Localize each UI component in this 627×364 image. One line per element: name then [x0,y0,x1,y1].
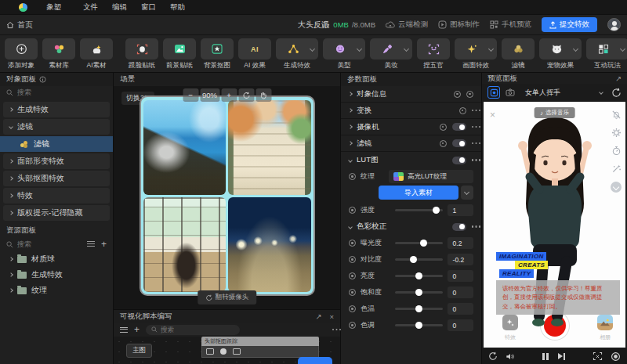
target-icon[interactable] [440,124,447,131]
target-icon[interactable] [349,240,356,247]
saturation-slider[interactable] [395,291,442,294]
resource-search-input[interactable] [17,240,83,248]
target-icon[interactable] [459,107,466,114]
scene-image-stone-stairs[interactable] [228,100,311,195]
target-icon[interactable] [454,91,461,98]
cloud-check-button[interactable]: 云端检测 [386,20,428,30]
tool-makeup[interactable]: 美妆 [370,38,412,70]
node-dot-icon[interactable] [220,348,227,355]
snapshot-icon[interactable] [593,351,603,361]
import-material-button[interactable]: 导入素材 [379,186,458,200]
target-icon[interactable] [440,140,447,147]
target-icon[interactable] [349,173,356,180]
more-icon[interactable] [332,329,335,331]
reset-view-button[interactable] [238,88,254,102]
filter-toggle[interactable] [452,139,466,147]
tool-add-object[interactable]: 添加对象 [5,38,38,70]
tool-background-matting[interactable]: 背景抠图 [201,38,234,70]
magic-wand-icon[interactable] [611,164,622,174]
preview-viewport[interactable]: × ♪ 选择音乐 [484,102,625,348]
target-icon[interactable] [349,305,356,312]
video-mode-button[interactable] [487,86,500,99]
tree-item-filter-selected[interactable]: 滤镜 [0,136,113,152]
pan-tool-button[interactable] [256,88,271,102]
preview-popout-button[interactable]: ↗ [615,74,622,83]
contrast-slider[interactable] [395,258,442,261]
slider-thumb[interactable] [433,207,440,214]
flip-camera-button[interactable]: 翻转摄像头 [198,290,257,305]
resource-folder-texture[interactable]: 纹理 [0,283,113,298]
gear-icon[interactable] [611,128,622,138]
tool-material-library[interactable]: 素材库 [42,38,75,70]
lut-texture-chip[interactable]: 高光LUT纹理 [389,170,473,183]
menu-app[interactable]: 象塑 [46,2,61,13]
resource-folder-generate[interactable]: 生成特效 [0,267,113,283]
saturation-value[interactable]: 0 [448,287,473,298]
scene-canvas[interactable]: 切换3D − 90% + [114,86,340,309]
icon-builder-button[interactable]: 图标制作 [438,20,480,30]
object-search-input[interactable] [17,88,107,96]
target-icon[interactable] [349,256,356,263]
node-blue-block[interactable] [298,357,332,364]
script-close-button[interactable]: × [329,312,334,321]
menu-file[interactable]: 文件 [83,2,98,13]
import-more-button[interactable] [461,186,473,200]
phone-preview-button[interactable]: 手机预览 [490,20,531,30]
brightness-slider[interactable] [395,275,442,277]
tree-group-generate-effect[interactable]: 生成特效 [3,102,110,117]
loop-icon[interactable] [488,351,498,361]
contrast-value[interactable]: -0.2 [448,254,473,265]
target-icon[interactable] [349,289,356,296]
slider-thumb[interactable] [415,305,422,312]
temperature-slider[interactable] [395,308,442,310]
section-filter[interactable]: 滤镜 [341,135,481,152]
zoom-level[interactable]: 90% [200,88,219,102]
scene-image-cafe-interior[interactable] [143,197,227,292]
menu-icon[interactable] [120,327,128,333]
zoom-out-button[interactable]: − [183,88,198,102]
more-icon[interactable] [472,110,474,112]
tool-filter[interactable]: 滤镜 [502,38,535,70]
menu-help[interactable]: 帮助 [170,2,185,13]
script-search-input[interactable] [161,326,234,333]
tool-foreground-sticker[interactable]: 前景贴纸 [163,38,196,70]
subsection-color-correction[interactable]: 色彩校正 [341,218,481,235]
slider-thumb[interactable] [420,240,427,247]
more-icon[interactable] [472,142,474,145]
tint-slider[interactable] [395,324,442,326]
zoom-in-button[interactable]: + [221,88,237,102]
close-icon[interactable]: × [490,110,495,121]
tool-screen-effect[interactable]: 画面特效 [455,38,497,70]
add-node-button[interactable]: + [134,325,140,334]
node-main-image[interactable]: 主图 [126,344,152,358]
node-head-matting[interactable]: 头部抠图跟踪 [201,337,319,358]
more-icon[interactable] [472,225,474,228]
tool-face-sticker[interactable]: 跟脸贴纸 [125,38,158,70]
section-transform[interactable]: 变换 [341,103,481,119]
menu-edit[interactable]: 编辑 [112,2,127,13]
timer-icon[interactable] [611,146,622,156]
lut-toggle[interactable] [452,157,466,164]
tool-generate-effect[interactable]: 生成特效 [276,38,318,70]
tool-beauty-shape[interactable]: 美型 [323,38,365,70]
slider-thumb[interactable] [415,289,422,296]
strength-value[interactable]: 1 [448,204,473,216]
resource-folder-material[interactable]: 材质球 [0,251,113,267]
tool-ai-effect[interactable]: AI AI 效果 [238,38,271,70]
tree-group-face-deform[interactable]: 面部形变特效 [3,153,110,169]
node-port-icon[interactable] [206,348,214,355]
menu-window[interactable]: 窗口 [141,2,156,13]
target-icon[interactable] [349,322,356,329]
refresh-icon[interactable] [611,88,622,98]
slider-thumb[interactable] [415,272,422,279]
pause-button[interactable] [542,353,549,360]
subsection-lut[interactable]: LUT图 [341,152,481,168]
section-object-info[interactable]: 对象信息 [341,86,481,103]
more-icon[interactable] [472,159,474,161]
step-forward-button[interactable] [558,353,565,360]
brightness-value[interactable]: 0 [448,270,473,282]
slider-thumb[interactable] [410,256,417,263]
more-icon[interactable] [472,126,474,128]
section-camera[interactable]: 摄像机 [341,119,481,135]
node-port-icon[interactable] [233,348,241,355]
